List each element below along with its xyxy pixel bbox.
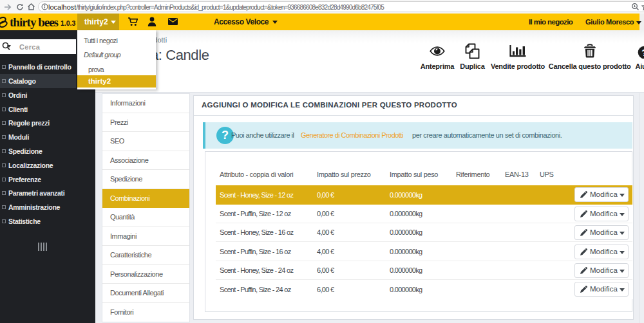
svg-text:?: ? [641, 47, 644, 57]
